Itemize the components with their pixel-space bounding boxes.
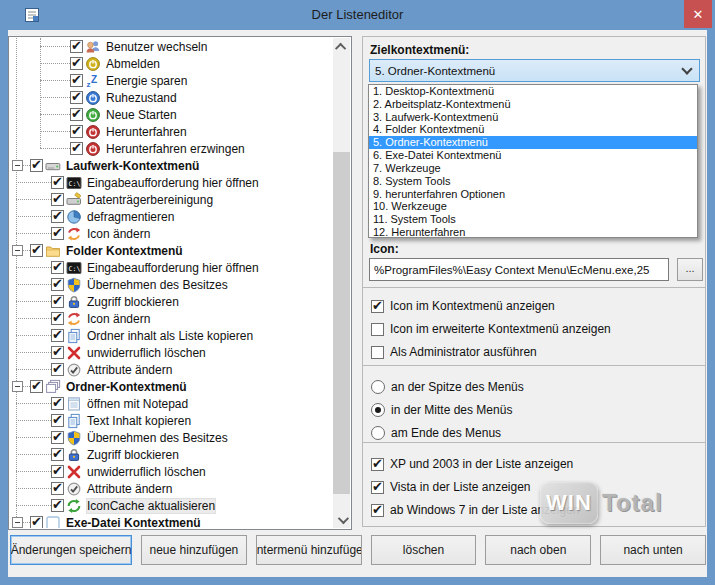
tree-checkbox[interactable] [51,414,64,427]
dropdown-option-selected[interactable]: 5. Ordner-Kontextmenü [369,136,697,149]
option-row[interactable]: in der Mitte des Menüs [371,402,699,418]
tree-item[interactable]: Abmelden [10,55,333,72]
dropdown-option[interactable]: 12. Herunterfahren [369,226,697,239]
save-changes-button[interactable]: Änderungen speichern [10,535,132,565]
checkbox[interactable] [371,481,384,494]
checkbox[interactable] [371,504,384,517]
scroll-up-button[interactable] [333,38,350,55]
target-menu-combobox[interactable]: 5. Ordner-Kontextmenü [369,59,700,82]
tree-checkbox[interactable] [51,193,64,206]
tree-item[interactable]: Energie sparen [10,72,333,89]
option-row[interactable]: am Ende des Menus [371,425,699,441]
tree-checkbox[interactable] [51,397,64,410]
option-row[interactable]: Als Administrator ausführen [371,344,699,360]
tree-checkbox[interactable] [30,380,43,393]
tree-item[interactable]: defragmentieren [10,208,333,225]
dropdown-option[interactable]: 1. Desktop-Kontextmenü [369,85,697,98]
collapse-toggle[interactable] [12,160,23,171]
tree-checkbox[interactable] [70,108,83,121]
tree-item[interactable]: unwiderruflich löschen [10,463,333,480]
icon-path-input[interactable] [369,258,669,281]
option-row[interactable]: Icon im Kontextmenü anzeigen [371,298,699,314]
tree-group[interactable]: Folder Kontextmenü [10,242,333,259]
dropdown-option[interactable]: 11. System Tools [369,213,697,226]
tree-checkbox[interactable] [70,91,83,104]
option-row[interactable]: XP und 2003 in der Liste anzeigen [371,456,699,472]
tree-checkbox[interactable] [51,210,64,223]
tree-item[interactable]: Attribute ändern [10,361,333,378]
dropdown-option[interactable]: 8. System Tools [369,175,697,188]
checkbox[interactable] [371,323,384,336]
tree-checkbox[interactable] [51,227,64,240]
dropdown-option[interactable]: 4. Folder Kontextmenü [369,123,697,136]
collapse-toggle[interactable] [12,381,23,392]
dropdown-option[interactable]: 7. Werkzeuge [369,162,697,175]
tree-item[interactable]: Text Inhalt kopieren [10,412,333,429]
option-row[interactable]: Vista in der Liste anzeigen [371,479,699,495]
collapse-toggle[interactable] [12,245,23,256]
browse-button[interactable]: ... [677,258,703,281]
radio-button[interactable] [371,426,385,440]
dropdown-option[interactable]: 6. Exe-Datei Kontextmenü [369,149,697,162]
tree-group[interactable]: Exe-Datei Kontextmenü [10,514,333,528]
tree-group[interactable]: Ordner-Kontextmenü [10,378,333,395]
checkbox[interactable] [371,458,384,471]
title-bar[interactable]: Der Listeneditor ✕ [0,0,715,30]
dropdown-option[interactable]: 10. Werkzeuge [369,200,697,213]
tree-scrollbar[interactable] [333,38,350,528]
tree-item[interactable]: Herunterfahren [10,123,333,140]
tree-checkbox[interactable] [30,159,43,172]
add-submenu-button[interactable]: Untermenü hinzufügen [256,535,362,565]
tree-checkbox[interactable] [51,499,64,512]
tree-item-highlighted[interactable]: IconCache aktualisieren [10,497,333,514]
tree-checkbox[interactable] [70,125,83,138]
move-up-button[interactable]: nach oben [485,535,591,565]
tree-checkbox[interactable] [51,363,64,376]
tree-item[interactable]: Icon ändern [10,225,333,242]
tree-item[interactable]: Datenträgerbereinigung [10,191,333,208]
tree-checkbox[interactable] [51,329,64,342]
move-down-button[interactable]: nach unten [600,535,706,565]
tree-item[interactable]: unwiderruflich löschen [10,344,333,361]
tree-item[interactable]: Ruhezustand [10,89,333,106]
tree-item[interactable]: Benutzer wechseln [10,38,333,55]
tree-item[interactable]: Übernehmen des Besitzes [10,429,333,446]
tree-checkbox[interactable] [70,74,83,87]
tree-checkbox[interactable] [51,465,64,478]
dropdown-option[interactable]: 3. Laufwerk-Kontextmenü [369,111,697,124]
tree-group[interactable]: Laufwerk-Kontextmenü [10,157,333,174]
radio-button[interactable] [371,403,385,417]
collapse-toggle[interactable] [12,517,23,528]
tree-checkbox[interactable] [51,295,64,308]
tree-item[interactable]: öffnen mit Notepad [10,395,333,412]
checkbox[interactable] [371,300,384,313]
scrollbar-thumb[interactable] [333,152,350,494]
tree-checkbox[interactable] [51,312,64,325]
dropdown-option[interactable]: 9. herunterfahren Optionen [369,188,697,201]
close-button[interactable]: ✕ [684,0,712,28]
combobox-dropdown-list[interactable]: 1. Desktop-Kontextmenü 2. Arbeitsplatz-K… [368,84,698,238]
option-row[interactable]: ab Windows 7 in der Liste anzeigen [371,502,699,518]
tree-checkbox[interactable] [30,244,43,257]
option-row[interactable]: an der Spitze des Menüs [371,379,699,395]
tree-item[interactable]: Zugriff blockieren [10,446,333,463]
tree-checkbox[interactable] [51,261,64,274]
tree-item[interactable]: Herunterfahren erzwingen [10,140,333,157]
tree-checkbox[interactable] [51,278,64,291]
checkbox[interactable] [371,346,384,359]
tree-item[interactable]: Attribute ändern [10,480,333,497]
tree-item[interactable]: Übernehmen des Besitzes [10,276,333,293]
tree-item[interactable]: Neue Starten [10,106,333,123]
tree-checkbox[interactable] [51,346,64,359]
tree-item[interactable]: Eingabeaufforderung hier öffnen [10,174,333,191]
tree-checkbox[interactable] [70,57,83,70]
add-new-button[interactable]: neue hinzufügen [141,535,247,565]
context-menu-tree[interactable]: Benutzer wechseln Abmelden Energie spare… [8,36,352,530]
tree-item[interactable]: Eingabeaufforderung hier öffnen [10,259,333,276]
tree-checkbox[interactable] [51,176,64,189]
tree-checkbox[interactable] [51,431,64,444]
option-row[interactable]: Icon im erweiterte Kontextmenü anzeigen [371,321,699,337]
tree-item[interactable]: Ordner inhalt als Liste kopieren [10,327,333,344]
tree-checkbox[interactable] [30,516,43,528]
tree-checkbox[interactable] [70,142,83,155]
